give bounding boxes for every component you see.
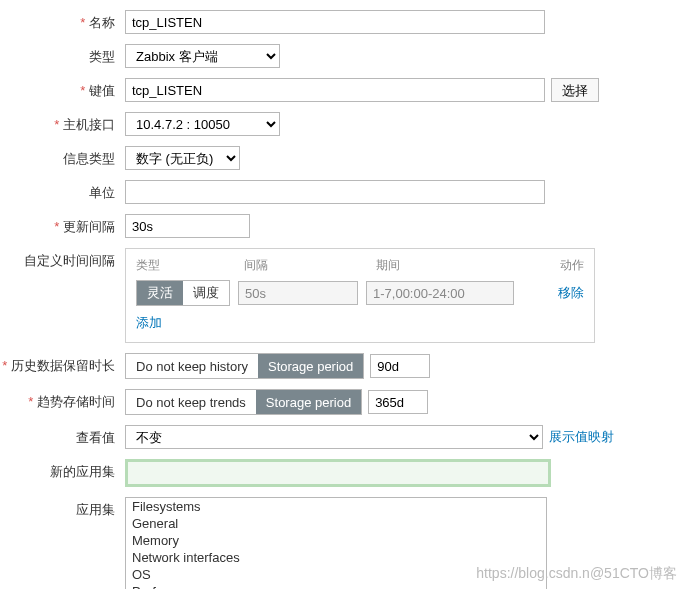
label-trends: 趋势存储时间: [0, 389, 125, 411]
label-host-interface: 主机接口: [0, 112, 125, 134]
label-type: 类型: [0, 44, 125, 66]
label-update-interval: 更新间隔: [0, 214, 125, 236]
no-history-toggle[interactable]: Do not keep history: [126, 354, 258, 378]
label-units: 单位: [0, 180, 125, 202]
apps-listbox[interactable]: FilesystemsGeneralMemoryNetwork interfac…: [125, 497, 547, 589]
remove-interval-link[interactable]: 移除: [558, 284, 584, 302]
add-interval-link[interactable]: 添加: [136, 315, 162, 330]
no-trends-toggle[interactable]: Do not keep trends: [126, 390, 256, 414]
interval-header-action: 动作: [536, 257, 584, 274]
label-history: 历史数据保留时长: [0, 353, 125, 375]
label-key: 键值: [0, 78, 125, 100]
show-value-select[interactable]: 不变: [125, 425, 543, 449]
interval-delay-input[interactable]: [238, 281, 358, 305]
update-interval-input[interactable]: [125, 214, 250, 238]
label-name: 名称: [0, 10, 125, 32]
list-item[interactable]: Performance: [126, 583, 546, 589]
interval-header-interval: 间隔: [244, 257, 376, 274]
trends-storage-toggle[interactable]: Storage period: [256, 390, 361, 414]
interval-header-type: 类型: [136, 257, 244, 274]
trends-input[interactable]: [368, 390, 428, 414]
info-type-select[interactable]: 数字 (无正负): [125, 146, 240, 170]
list-item[interactable]: General: [126, 515, 546, 532]
label-apps: 应用集: [0, 497, 125, 519]
history-input[interactable]: [370, 354, 430, 378]
list-item[interactable]: OS: [126, 566, 546, 583]
host-interface-select[interactable]: 10.4.7.2 : 10050: [125, 112, 280, 136]
name-input[interactable]: [125, 10, 545, 34]
list-item[interactable]: Filesystems: [126, 498, 546, 515]
label-new-app: 新的应用集: [0, 459, 125, 481]
interval-header-period: 期间: [376, 257, 536, 274]
select-button[interactable]: 选择: [551, 78, 599, 102]
show-value-map-link[interactable]: 展示值映射: [549, 428, 614, 446]
units-input[interactable]: [125, 180, 545, 204]
new-app-input[interactable]: [128, 462, 548, 484]
list-item[interactable]: Network interfaces: [126, 549, 546, 566]
key-input[interactable]: [125, 78, 545, 102]
custom-interval-box: 类型 间隔 期间 动作 灵活 调度 移除 添加: [125, 248, 595, 343]
label-custom-intervals: 自定义时间间隔: [0, 248, 125, 270]
label-info-type: 信息类型: [0, 146, 125, 168]
list-item[interactable]: Memory: [126, 532, 546, 549]
flexible-toggle[interactable]: 灵活: [137, 281, 183, 305]
type-select[interactable]: Zabbix 客户端: [125, 44, 280, 68]
label-show-value: 查看值: [0, 425, 125, 447]
scheduling-toggle[interactable]: 调度: [183, 281, 229, 305]
history-storage-toggle[interactable]: Storage period: [258, 354, 363, 378]
interval-period-input[interactable]: [366, 281, 514, 305]
